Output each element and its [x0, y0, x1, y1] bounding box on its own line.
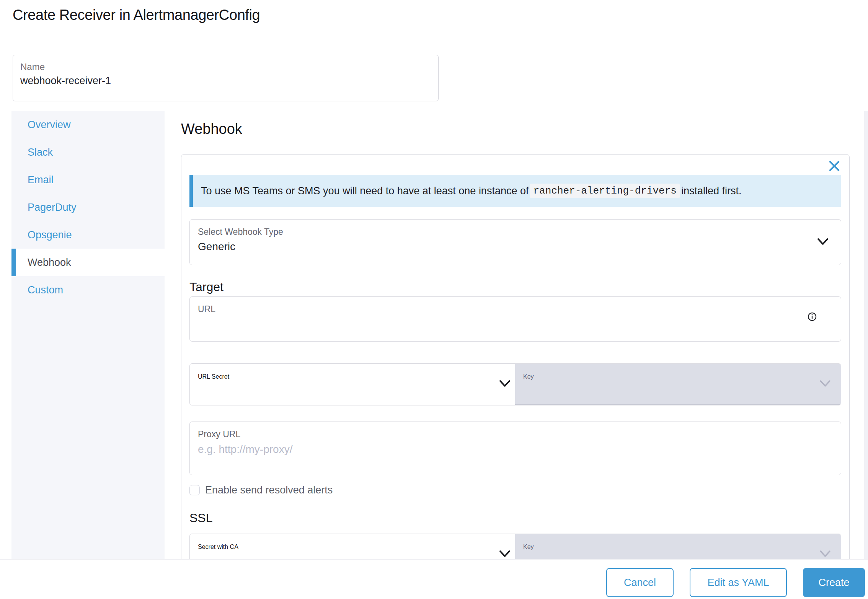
webhook-heading: Webhook: [181, 121, 242, 137]
url-secret-select[interactable]: URL Secret: [190, 364, 515, 405]
sidebar-item-label: Webhook: [28, 257, 71, 269]
active-tab-indicator: [11, 249, 16, 276]
create-receiver-page: Create Receiver in AlertmanagerConfig Na…: [0, 0, 868, 599]
secret-with-ca-select[interactable]: Secret with CA: [190, 534, 515, 559]
proxy-url-input[interactable]: [198, 443, 734, 456]
footer-action-bar: Cancel Edit as YAML Create: [0, 559, 868, 599]
secret-with-ca-row: Secret with CA Key: [189, 534, 841, 559]
secret-with-ca-key-select-disabled: Key: [515, 534, 841, 559]
sidebar-item-webhook[interactable]: Webhook: [11, 249, 165, 276]
sidebar-item-opsgenie[interactable]: Opsgenie: [11, 221, 165, 249]
drivers-info-banner: To use MS Teams or SMS you will need to …: [189, 175, 841, 207]
target-heading: Target: [189, 280, 841, 294]
key-label: Key: [523, 544, 841, 550]
receiver-name-field[interactable]: Name: [13, 55, 439, 101]
sidebar-item-label: Overview: [28, 119, 71, 131]
close-icon[interactable]: [829, 160, 840, 172]
receiver-type-sidebar: Overview Slack Email PagerDuty Opsgenie …: [11, 111, 165, 559]
info-icon[interactable]: [808, 312, 817, 321]
edit-as-yaml-button[interactable]: Edit as YAML: [690, 568, 787, 597]
banner-text-after: installed first.: [681, 185, 742, 197]
name-field-label: Name: [20, 62, 438, 72]
proxy-url-label: Proxy URL: [198, 429, 841, 439]
chevron-down-icon: [499, 550, 511, 557]
proxy-url-field[interactable]: Proxy URL: [189, 422, 841, 475]
name-input[interactable]: [20, 75, 403, 87]
chevron-down-icon: [817, 238, 829, 245]
key-label: Key: [523, 373, 841, 380]
sidebar-item-label: PagerDuty: [28, 202, 77, 213]
secret-with-ca-label: Secret with CA: [198, 544, 515, 550]
webhook-tab-panel: Webhook To use MS Teams or SMS you will …: [165, 111, 864, 559]
url-secret-label: URL Secret: [198, 373, 515, 380]
sidebar-item-email[interactable]: Email: [11, 166, 165, 194]
banner-text-before: To use MS Teams or SMS you will need to …: [201, 185, 529, 197]
sidebar-item-overview[interactable]: Overview: [11, 111, 165, 138]
chevron-down-icon: [499, 380, 511, 387]
page-title: Create Receiver in AlertmanagerConfig: [13, 7, 260, 23]
chevron-down-icon: [819, 550, 831, 557]
webhook-type-label: Select Webhook Type: [198, 227, 841, 237]
webhook-form-card: To use MS Teams or SMS you will need to …: [181, 154, 850, 559]
webhook-type-value: Generic: [198, 241, 841, 253]
chevron-down-icon: [819, 380, 831, 387]
sidebar-item-label: Custom: [28, 284, 63, 296]
cancel-button[interactable]: Cancel: [606, 568, 674, 597]
sidebar-item-slack[interactable]: Slack: [11, 138, 165, 166]
send-resolved-checkbox[interactable]: [189, 485, 200, 495]
url-secret-row: URL Secret Key: [189, 363, 841, 405]
sidebar-item-label: Slack: [28, 146, 53, 158]
send-resolved-label: Enable send resolved alerts: [205, 484, 333, 496]
create-button[interactable]: Create: [803, 568, 865, 597]
url-field[interactable]: URL: [189, 296, 841, 342]
url-secret-key-select-disabled: Key: [515, 364, 841, 405]
receiver-tabs-section: Overview Slack Email PagerDuty Opsgenie …: [11, 111, 864, 559]
sidebar-item-label: Email: [28, 174, 54, 186]
sidebar-item-label: Opsgenie: [28, 229, 72, 241]
ssl-heading: SSL: [189, 511, 841, 525]
send-resolved-row: Enable send resolved alerts: [189, 484, 841, 496]
webhook-type-select[interactable]: Select Webhook Type Generic: [189, 219, 841, 265]
sidebar-item-pagerduty[interactable]: PagerDuty: [11, 194, 165, 221]
url-field-label: URL: [198, 304, 841, 314]
scroll-gutter[interactable]: [864, 111, 868, 559]
url-input[interactable]: [198, 318, 734, 330]
sidebar-item-custom[interactable]: Custom: [11, 276, 165, 304]
banner-code: rancher-alerting-drivers: [530, 184, 679, 198]
